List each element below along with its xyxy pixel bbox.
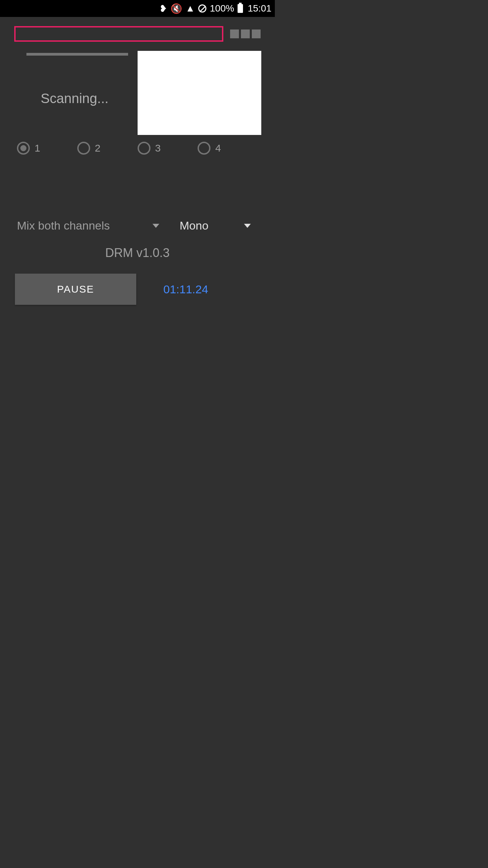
radio-icon (17, 142, 30, 155)
content-row: Scanning... (0, 51, 275, 135)
elapsed-time: 01:11.24 (163, 283, 208, 296)
radio-icon (77, 142, 90, 155)
left-panel: Scanning... (14, 51, 138, 135)
channel-radio-4[interactable]: 4 (198, 142, 258, 155)
mute-vibrate-icon: 🔇 (170, 3, 182, 14)
status-icons: ❥ 🔇 ▲ 100% 15:01 (159, 3, 271, 14)
progress-indicator (26, 53, 128, 56)
channel-radio-2[interactable]: 2 (77, 142, 138, 155)
signal-strength-icon (230, 29, 261, 38)
controls-row: PAUSE 01:11.24 (0, 274, 275, 305)
bluetooth-icon: ❥ (159, 3, 167, 14)
channel-radio-3[interactable]: 3 (138, 142, 198, 155)
status-bar: ❥ 🔇 ▲ 100% 15:01 (0, 0, 275, 17)
battery-full-icon (238, 4, 243, 13)
app-header (0, 17, 275, 51)
mono-stereo-select[interactable]: Mono (180, 219, 251, 232)
selectors-row: Mix both channels Mono (0, 219, 275, 232)
radio-label: 4 (215, 142, 221, 154)
radio-dot-icon (20, 145, 26, 151)
title-highlight-box (14, 26, 223, 42)
wifi-icon: ▲ (186, 3, 195, 14)
no-data-icon (198, 4, 206, 13)
battery-percent: 100% (210, 3, 234, 14)
mix-mode-select[interactable]: Mix both channels (17, 219, 159, 232)
pause-button[interactable]: PAUSE (15, 274, 136, 305)
channel-radio-group: 1 2 3 4 (0, 142, 275, 155)
mix-mode-label: Mix both channels (17, 219, 110, 232)
signal-bar (241, 29, 250, 38)
status-time: 15:01 (248, 3, 271, 14)
radio-label: 1 (35, 142, 40, 154)
radio-icon (138, 142, 150, 155)
spectrum-canvas (138, 51, 261, 135)
channel-radio-1[interactable]: 1 (17, 142, 77, 155)
chevron-down-icon (152, 224, 159, 228)
scan-status: Scanning... (41, 91, 138, 106)
signal-bar (230, 29, 239, 38)
signal-bar (252, 29, 261, 38)
mono-stereo-label: Mono (180, 219, 208, 232)
radio-icon (198, 142, 210, 155)
chevron-down-icon (244, 224, 251, 228)
radio-label: 3 (155, 142, 161, 154)
version-label: DRM v1.0.3 (0, 246, 275, 260)
radio-label: 2 (95, 142, 101, 154)
